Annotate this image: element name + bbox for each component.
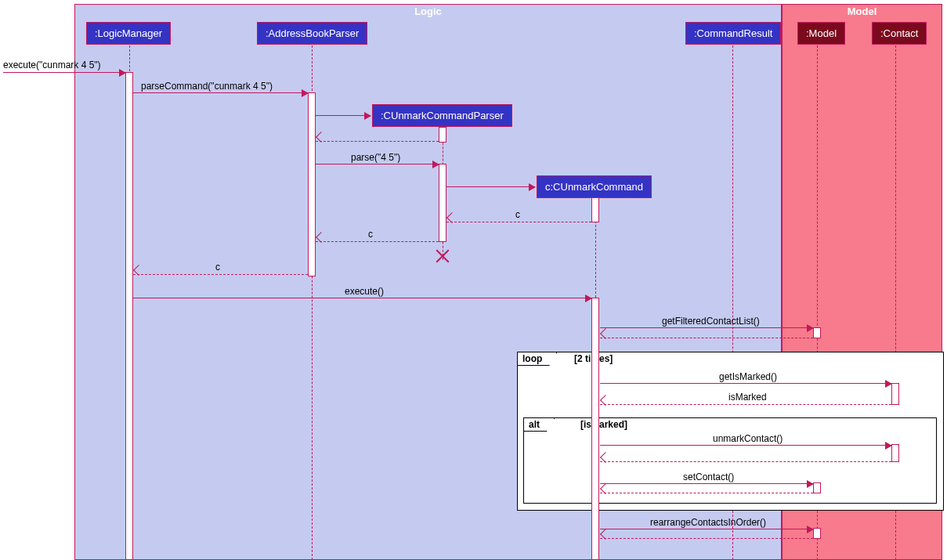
msg-rearrange: rearrangeContactsInOrder() xyxy=(650,517,766,528)
activation-addressbookparser xyxy=(308,92,316,276)
fragment-loop-label: loop xyxy=(518,352,557,366)
msg-unmark: unmarkContact() xyxy=(713,433,783,444)
msg-execute: execute("cunmark 4 5") xyxy=(3,60,101,70)
msg-ret-c1: c xyxy=(515,209,520,220)
msg-getismarked: getIsMarked() xyxy=(719,371,777,382)
activation-logicmanager xyxy=(125,72,133,560)
participant-contact: :Contact xyxy=(872,22,927,45)
fragment-alt-guard: [isMarked] xyxy=(580,419,627,430)
participant-logicmanager: :LogicManager xyxy=(86,22,171,45)
destroy-icon xyxy=(436,249,450,263)
activation-model-1 xyxy=(813,327,821,338)
activation-contact-1 xyxy=(891,383,899,405)
participant-cunmarkcommand: c:CUnmarkCommand xyxy=(537,175,652,198)
msg-ret-c3: c xyxy=(215,262,220,273)
fragment-alt: alt [isMarked] xyxy=(523,417,937,504)
activation-cmd-2 xyxy=(591,298,599,560)
msg-parsecommand: parseCommand("cunmark 4 5") xyxy=(141,81,273,92)
activation-model-3 xyxy=(813,528,821,539)
participant-commandresult: :CommandResult xyxy=(685,22,781,45)
fragment-alt-label: alt xyxy=(524,418,555,432)
participant-cunmarkcommandparser: :CUnmarkCommandParser xyxy=(372,104,512,127)
activation-parser-1 xyxy=(439,127,446,143)
participant-model: :Model xyxy=(797,22,845,45)
activation-contact-2 xyxy=(891,444,899,462)
msg-executecall: execute() xyxy=(345,286,384,297)
participant-addressbookparser: :AddressBookParser xyxy=(257,22,367,45)
msg-ret-c2: c xyxy=(368,229,373,240)
msg-ismarked: isMarked xyxy=(728,392,767,403)
msg-parse: parse("4 5") xyxy=(351,152,400,163)
frame-logic-title: Logic xyxy=(414,5,442,17)
msg-setcontact: setContact() xyxy=(683,471,734,482)
msg-getfiltered: getFilteredContactList() xyxy=(662,316,760,327)
activation-model-2 xyxy=(813,482,821,493)
frame-model-title: Model xyxy=(848,5,877,17)
activation-cmd-1 xyxy=(591,197,599,222)
activation-parser-2 xyxy=(439,164,446,242)
